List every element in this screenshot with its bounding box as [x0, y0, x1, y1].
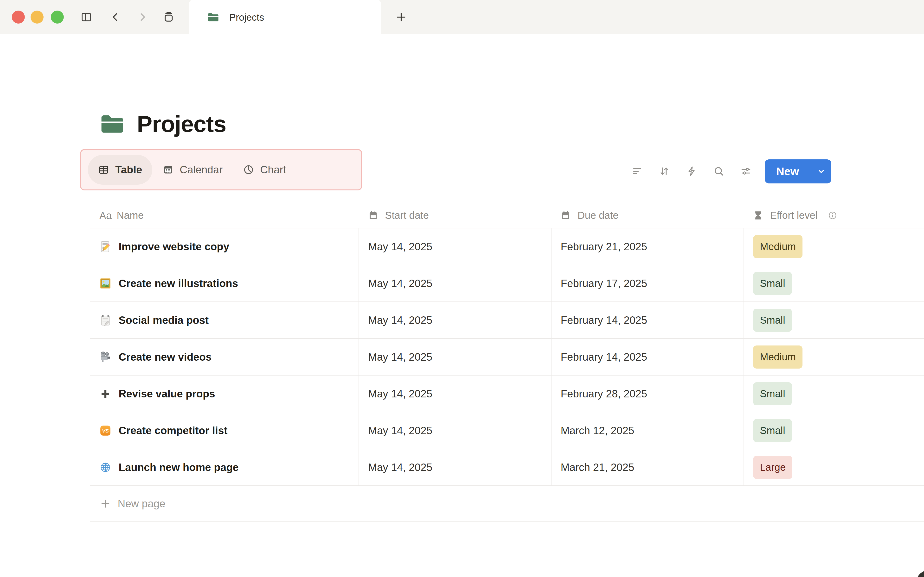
view-tabs-highlight: Table Calendar Chart [80, 149, 362, 190]
svg-text:VS: VS [102, 428, 109, 434]
table-row: Improve website copy May 14, 2025 Februa… [90, 228, 924, 265]
heavy-plus-icon [99, 388, 111, 400]
forward-icon[interactable] [136, 11, 149, 23]
cell-effort-level[interactable]: Small [743, 265, 924, 301]
view-tab-label: Chart [260, 164, 286, 176]
cell-start-date[interactable]: May 14, 2025 [359, 449, 551, 485]
cell-name[interactable]: Create new videos [90, 339, 359, 375]
effort-badge: Medium [753, 345, 803, 369]
row-title: Create new illustrations [119, 277, 238, 290]
cell-name[interactable]: VS Create competitor list [90, 412, 359, 449]
cell-start-date[interactable]: May 14, 2025 [359, 228, 551, 265]
filter-icon[interactable] [632, 165, 643, 177]
table-body: Improve website copy May 14, 2025 Februa… [90, 228, 924, 486]
minimize-window-button[interactable] [31, 11, 44, 24]
calendar-view-icon [162, 164, 174, 176]
projects-table: Aa Name Start date Due date Effort level… [90, 203, 924, 522]
row-title: Launch new home page [119, 461, 239, 473]
new-button[interactable]: New [765, 160, 811, 184]
row-title: Create new videos [119, 351, 212, 363]
text-icon: Aa [99, 210, 110, 221]
cell-due-date[interactable]: March 12, 2025 [551, 412, 743, 449]
search-icon[interactable] [713, 165, 725, 177]
effort-badge: Small [753, 382, 792, 405]
view-tab-label: Calendar [180, 164, 223, 176]
column-label: Start date [385, 210, 429, 221]
cell-name[interactable]: Revise value props [90, 376, 359, 412]
effort-badge: Small [753, 272, 792, 295]
zoom-window-button[interactable] [51, 11, 64, 24]
new-page-label: New page [118, 498, 165, 510]
table-row: VS Create competitor list May 14, 2025 M… [90, 412, 924, 449]
tab-projects[interactable]: Projects [189, 0, 381, 35]
cell-name[interactable]: Improve website copy [90, 228, 359, 265]
globe-icon [99, 461, 111, 473]
calendar-icon [368, 210, 379, 221]
column-label: Name [117, 210, 144, 221]
cell-start-date[interactable]: May 14, 2025 [359, 339, 551, 375]
memo-icon [99, 241, 111, 253]
column-header-start-date[interactable]: Start date [359, 203, 551, 228]
cell-name[interactable]: Launch new home page [90, 449, 359, 485]
cell-name[interactable]: Social media post [90, 302, 359, 338]
table-header-row: Aa Name Start date Due date Effort level [90, 203, 924, 228]
cell-effort-level[interactable]: Small [743, 302, 924, 338]
page-folder-icon[interactable] [97, 110, 125, 138]
movie-camera-icon [99, 351, 111, 363]
new-dropdown-button[interactable] [811, 160, 831, 184]
cell-due-date[interactable]: March 21, 2025 [551, 449, 743, 485]
page-header: Projects [97, 108, 226, 140]
chart-icon [243, 164, 254, 176]
window-tab-bar: Projects [0, 0, 924, 34]
new-tab-icon[interactable] [395, 11, 407, 23]
row-title: Social media post [119, 314, 208, 326]
cell-effort-level[interactable]: Medium [743, 228, 924, 265]
cell-due-date[interactable]: February 21, 2025 [551, 228, 743, 265]
folder-icon [206, 11, 219, 24]
column-header-name[interactable]: Aa Name [90, 203, 359, 228]
history-icon[interactable] [162, 11, 176, 23]
spiral-notepad-icon [99, 314, 111, 326]
view-tab-calendar[interactable]: Calendar [152, 155, 233, 185]
view-tab-table[interactable]: Table [88, 155, 152, 185]
new-page-button[interactable]: New page [90, 486, 924, 522]
view-tab-label: Table [115, 164, 142, 176]
cell-effort-level[interactable]: Medium [743, 339, 924, 375]
view-tab-chart[interactable]: Chart [233, 155, 296, 185]
cell-start-date[interactable]: May 14, 2025 [359, 376, 551, 412]
table-row: Create new illustrations May 14, 2025 Fe… [90, 265, 924, 302]
settings-sliders-icon[interactable] [740, 165, 752, 177]
cell-due-date[interactable]: February 17, 2025 [551, 265, 743, 301]
calendar-icon [560, 210, 571, 221]
column-header-effort-level[interactable]: Effort level [743, 203, 924, 228]
cell-due-date[interactable]: February 14, 2025 [551, 302, 743, 338]
info-icon[interactable] [828, 211, 837, 220]
close-window-button[interactable] [12, 11, 25, 24]
table-row: Create new videos May 14, 2025 February … [90, 339, 924, 376]
sidebar-toggle-icon[interactable] [80, 11, 92, 23]
cell-effort-level[interactable]: Small [743, 412, 924, 449]
page-title[interactable]: Projects [137, 111, 226, 137]
sort-icon[interactable] [659, 165, 670, 177]
tab-label: Projects [229, 12, 264, 23]
column-label: Effort level [770, 210, 817, 221]
lightning-icon[interactable] [686, 165, 697, 177]
cell-effort-level[interactable]: Small [743, 376, 924, 412]
cell-start-date[interactable]: May 14, 2025 [359, 265, 551, 301]
table-row: Revise value props May 14, 2025 February… [90, 376, 924, 412]
cell-due-date[interactable]: February 14, 2025 [551, 339, 743, 375]
table-row: Launch new home page May 14, 2025 March … [90, 449, 924, 486]
help-button-partial[interactable] [916, 570, 924, 577]
framed-picture-icon [99, 277, 111, 290]
back-icon[interactable] [109, 11, 121, 23]
cell-due-date[interactable]: February 28, 2025 [551, 376, 743, 412]
effort-badge: Small [753, 309, 792, 332]
table-icon [98, 164, 110, 176]
new-button-group: New [765, 160, 831, 184]
cell-start-date[interactable]: May 14, 2025 [359, 412, 551, 449]
cell-effort-level[interactable]: Large [743, 449, 924, 485]
cell-start-date[interactable]: May 14, 2025 [359, 302, 551, 338]
cell-name[interactable]: Create new illustrations [90, 265, 359, 301]
column-label: Due date [577, 210, 619, 221]
column-header-due-date[interactable]: Due date [551, 203, 743, 228]
